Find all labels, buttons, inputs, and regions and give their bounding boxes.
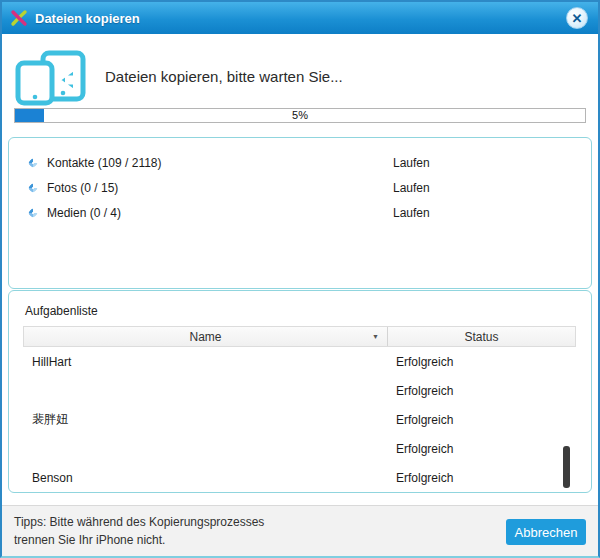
task-row-medien: Medien (0 / 4) Laufen xyxy=(9,201,591,225)
scrollbar-thumb[interactable] xyxy=(563,446,570,488)
table-row[interactable]: Benson Erfolgreich xyxy=(23,463,576,492)
column-label-status: Status xyxy=(464,330,498,344)
task-row-kontakte: Kontakte (109 / 2118) Laufen xyxy=(9,151,591,175)
progress-percent-label: 5% xyxy=(15,109,585,122)
cell-status: Erfolgreich xyxy=(386,355,574,369)
tips-text: Tipps: Bitte während des Kopierungsproze… xyxy=(14,513,264,549)
cell-name: 裴胖妞 xyxy=(23,411,386,428)
spinner-icon xyxy=(27,157,38,168)
cell-name: HillHart xyxy=(23,355,386,369)
task-label: Fotos (0 / 15) xyxy=(47,181,118,195)
cancel-button[interactable]: Abbrechen xyxy=(506,519,586,545)
table-row[interactable]: HillHart Erfolgreich xyxy=(23,347,576,376)
table-row[interactable]: Erfolgreich xyxy=(23,376,576,405)
close-button[interactable]: ✕ xyxy=(566,7,588,29)
copy-files-dialog: Dateien kopieren ✕ Dateien kopieren, bit… xyxy=(0,0,600,558)
task-label: Medien (0 / 4) xyxy=(47,206,121,220)
task-table: Name ▼ Status HillHart Erfolgreich Erfol… xyxy=(23,326,576,492)
task-list-title: Aufgabenliste xyxy=(25,304,98,318)
sort-arrow-icon[interactable]: ▼ xyxy=(372,333,379,340)
table-row[interactable]: 裴胖妞 Erfolgreich xyxy=(23,405,576,434)
task-label: Kontakte (109 / 2118) xyxy=(47,156,162,170)
cell-status: Erfolgreich xyxy=(386,471,574,485)
task-list-panel: Aufgabenliste Name ▼ Status HillHart Erf… xyxy=(8,290,592,493)
copy-progress-panel: Kontakte (109 / 2118) Laufen Fotos (0 / … xyxy=(8,137,592,289)
task-status: Laufen xyxy=(393,206,430,220)
devices-sync-icon xyxy=(14,50,88,112)
cell-status: Erfolgreich xyxy=(386,384,574,398)
cell-status: Erfolgreich xyxy=(386,442,574,456)
close-icon: ✕ xyxy=(572,12,583,25)
table-header: Name ▼ Status xyxy=(23,326,576,347)
cell-name: Benson xyxy=(23,471,386,485)
header-message: Dateien kopieren, bitte warten Sie... xyxy=(105,68,343,85)
cell-status: Erfolgreich xyxy=(386,413,574,427)
task-status: Laufen xyxy=(393,181,430,195)
tips-line-1: Tipps: Bitte während des Kopierungsproze… xyxy=(14,513,264,531)
table-row[interactable]: Erfolgreich xyxy=(23,434,576,463)
spinner-icon xyxy=(27,182,38,193)
column-label-name: Name xyxy=(189,330,221,344)
progress-bar: 5% xyxy=(14,108,586,123)
app-logo-icon xyxy=(10,9,28,27)
tips-line-2: trennen Sie Ihr iPhone nicht. xyxy=(14,531,264,549)
column-header-status[interactable]: Status xyxy=(387,327,575,346)
task-status: Laufen xyxy=(393,156,430,170)
footer-bar: Tipps: Bitte während des Kopierungsproze… xyxy=(2,505,598,556)
window-title: Dateien kopieren xyxy=(35,11,140,26)
task-row-fotos: Fotos (0 / 15) Laufen xyxy=(9,176,591,200)
column-header-name[interactable]: Name ▼ xyxy=(24,327,387,346)
spinner-icon xyxy=(27,207,38,218)
titlebar[interactable]: Dateien kopieren ✕ xyxy=(2,2,598,34)
